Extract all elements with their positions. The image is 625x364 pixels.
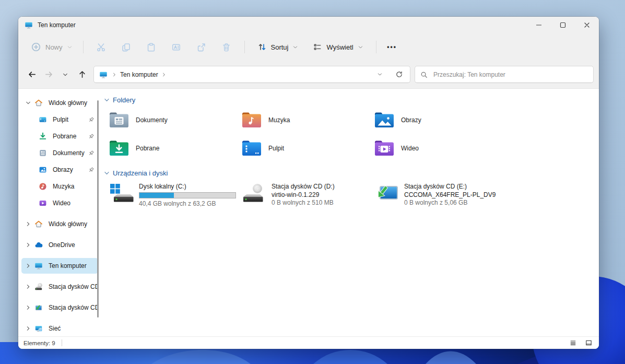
new-button[interactable]: Nowy [26, 38, 78, 56]
delete-button[interactable] [216, 38, 237, 56]
close-button[interactable] [575, 17, 599, 33]
share-button[interactable] [191, 38, 212, 56]
sidebar-item-label: Stacja dysków CD [49, 283, 97, 290]
sidebar-item-label: Widok główny [49, 220, 97, 228]
back-button[interactable] [23, 67, 40, 83]
new-label: Nowy [45, 43, 63, 51]
downloads-folder-icon [109, 140, 129, 157]
sidebar-item-label: OneDrive [49, 241, 97, 249]
items-view: Foldery Dokumenty Muzyka Obrazy Pobran [99, 89, 599, 336]
paste-button[interactable] [141, 38, 162, 56]
breadcrumb-chevron-icon[interactable] [161, 72, 167, 77]
sidebar-item-label: Wideo [53, 199, 97, 207]
sidebar-item-cd-drive-d[interactable]: Stacja dysków CD [21, 279, 98, 295]
toolbar-separator [244, 41, 245, 53]
drive-free-space: 0 B wolnych z 510 MB [272, 199, 335, 207]
sidebar-item-this-pc[interactable]: Ten komputer [21, 258, 98, 274]
breadcrumb-this-pc[interactable]: Ten komputer [118, 71, 160, 78]
capacity-bar [139, 192, 236, 198]
drive-subtitle: CCCOMA_X64FRE_PL-PL_DV9 [404, 191, 496, 199]
chevron-right-icon[interactable] [22, 304, 34, 311]
sidebar-item-downloads[interactable]: Pobrane [21, 128, 98, 144]
folder-documents[interactable]: Dokumenty [109, 110, 241, 131]
sidebar-item-documents[interactable]: Dokumenty [21, 145, 98, 161]
view-button[interactable]: Wyświetl [308, 38, 368, 56]
sidebar-item-pictures[interactable]: Obrazy [21, 162, 98, 178]
sidebar-item-label: Stacja dysków CD [49, 304, 97, 311]
see-more-button[interactable]: ••• [382, 38, 403, 56]
pin-icon[interactable] [88, 150, 97, 157]
copy-button[interactable] [116, 38, 137, 56]
trash-icon [221, 42, 231, 52]
folder-desktop[interactable]: Pulpit [241, 138, 374, 159]
chevron-right-icon[interactable] [22, 242, 34, 248]
drive-free-space: 0 B wolnych z 5,06 GB [404, 199, 496, 207]
window-controls [527, 17, 599, 33]
chevron-right-icon[interactable] [22, 325, 34, 332]
sidebar-item-label: Sieć [49, 325, 97, 332]
search-box[interactable] [415, 66, 594, 83]
chevron-right-icon[interactable] [22, 284, 34, 290]
large-icons-view-button[interactable] [583, 338, 594, 348]
chevron-down-icon[interactable] [22, 100, 34, 106]
sidebar-item-home[interactable]: Widok główny [21, 95, 98, 111]
sidebar-item-cd-drive-e[interactable]: Stacja dysków CD [21, 300, 98, 315]
sidebar-item-network[interactable]: Sieć [21, 321, 98, 336]
chevron-down-icon [292, 44, 298, 50]
address-bar[interactable]: Ten komputer [93, 66, 410, 83]
drive-info: Stacja dysków CD (E:) CCCOMA_X64FRE_PL-P… [404, 183, 496, 207]
chevron-right-icon[interactable] [22, 263, 34, 269]
details-view-button[interactable] [568, 338, 578, 348]
sort-label: Sortuj [271, 43, 289, 51]
up-arrow-icon [78, 70, 87, 79]
folder-pictures[interactable]: Obrazy [374, 110, 506, 131]
sidebar-scrollbar[interactable] [97, 100, 99, 318]
pin-icon[interactable] [88, 133, 97, 140]
this-pc-icon [34, 262, 43, 270]
folder-videos[interactable]: Wideo [374, 138, 506, 159]
chevron-down-icon [358, 44, 363, 50]
refresh-button[interactable] [393, 67, 405, 83]
pin-icon[interactable] [88, 167, 97, 173]
maximize-button[interactable] [551, 17, 575, 33]
drive-c[interactable]: Dysk lokalny (C:) 40,4 GB wolnych z 63,2… [109, 183, 241, 208]
rename-button[interactable] [166, 38, 187, 56]
desktop-icon [38, 115, 48, 124]
pin-icon[interactable] [88, 116, 97, 123]
navigation-pane: Widok główny Pulpit Pobrane Dokumenty Ob… [18, 89, 99, 336]
sort-arrows-icon [257, 42, 267, 52]
address-row: Ten komputer [18, 61, 599, 89]
sidebar-item-videos[interactable]: Wideo [21, 195, 98, 211]
folder-downloads[interactable]: Pobrane [109, 138, 241, 159]
forward-arrow-icon [44, 70, 53, 79]
download-icon [38, 132, 48, 140]
breadcrumb-chevron-icon [112, 72, 117, 77]
drive-d[interactable]: Stacja dysków CD (D:) virtio-win-0.1.229… [241, 183, 374, 208]
sidebar-item-home-collapsed[interactable]: Widok główny [21, 216, 98, 232]
section-folders[interactable]: Foldery [103, 94, 599, 105]
sidebar-item-music[interactable]: Muzyka [21, 179, 98, 194]
file-explorer-window: Ten komputer Nowy [18, 17, 599, 349]
minimize-button[interactable] [527, 17, 551, 33]
drive-name: Stacja dysków CD (D:) [272, 183, 335, 191]
home-icon [34, 99, 43, 107]
forward-button[interactable] [40, 67, 57, 83]
cut-button[interactable] [91, 38, 112, 56]
sort-button[interactable]: Sortuj [252, 38, 304, 56]
window-title: Ten komputer [38, 21, 76, 29]
recent-locations-button[interactable] [57, 67, 74, 83]
sidebar-item-desktop[interactable]: Pulpit [21, 112, 98, 127]
section-devices[interactable]: Urządzenia i dyski [103, 167, 599, 179]
up-button[interactable] [74, 67, 90, 83]
drive-name: Dysk lokalny (C:) [139, 183, 236, 191]
chevron-right-icon[interactable] [22, 221, 34, 227]
cd-drive-icon [34, 283, 43, 291]
onedrive-cloud-icon [34, 241, 43, 249]
copy-icon [121, 42, 131, 52]
sidebar-item-onedrive[interactable]: OneDrive [21, 237, 98, 253]
address-dropdown-button[interactable] [374, 67, 385, 83]
drive-e[interactable]: Stacja dysków CD (E:) CCCOMA_X64FRE_PL-P… [374, 183, 506, 208]
search-input[interactable] [432, 71, 588, 79]
folder-music[interactable]: Muzyka [241, 110, 374, 131]
cd-drive-icon [241, 183, 266, 203]
